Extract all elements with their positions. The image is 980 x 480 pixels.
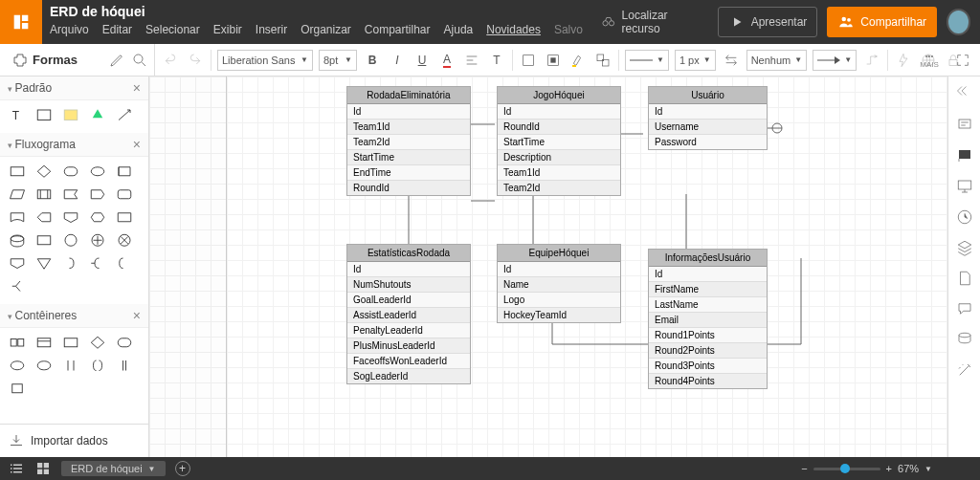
container-shape[interactable] bbox=[6, 357, 29, 376]
textcolor-button[interactable]: A bbox=[437, 51, 457, 70]
textformat-button[interactable]: T bbox=[487, 51, 506, 70]
flowchart-shape[interactable] bbox=[113, 163, 136, 182]
line-end-swap[interactable] bbox=[722, 51, 741, 70]
list-view-icon[interactable] bbox=[8, 460, 25, 477]
entity-field[interactable]: Round2Points bbox=[649, 343, 767, 359]
entity-field[interactable]: Id bbox=[498, 104, 620, 120]
flowchart-shape[interactable] bbox=[6, 231, 29, 251]
entity-field[interactable]: Team2Id bbox=[347, 135, 470, 150]
fill-button[interactable] bbox=[519, 51, 538, 70]
arrow-end-select[interactable]: ▼ bbox=[813, 50, 857, 71]
container-shape[interactable] bbox=[33, 357, 56, 376]
menu-exibir[interactable]: Exibir bbox=[213, 23, 242, 36]
flowchart-shape[interactable] bbox=[6, 277, 29, 296]
data-icon[interactable] bbox=[956, 331, 973, 348]
import-data-button[interactable]: Importar dados bbox=[0, 424, 148, 457]
container-shape[interactable] bbox=[113, 334, 136, 353]
container-shape[interactable] bbox=[59, 334, 82, 353]
flash-button[interactable] bbox=[894, 51, 913, 70]
bold-button[interactable]: B bbox=[363, 51, 382, 70]
italic-button[interactable]: I bbox=[388, 51, 407, 70]
section-cont[interactable]: Contêineres bbox=[15, 309, 78, 322]
entity-field[interactable]: HockeyTeamId bbox=[498, 308, 620, 322]
entity-field[interactable]: RoundId bbox=[498, 120, 620, 135]
shape-note[interactable] bbox=[59, 106, 82, 125]
flowchart-shape[interactable] bbox=[59, 208, 82, 228]
flowchart-shape[interactable] bbox=[86, 208, 109, 228]
container-shape[interactable] bbox=[86, 334, 109, 353]
entity-rodada[interactable]: RodadaEliminatória IdTeam1IdTeam2IdStart… bbox=[346, 86, 471, 196]
chat-icon[interactable] bbox=[956, 300, 973, 317]
find-resource-button[interactable]: Localizar recurso bbox=[590, 2, 708, 42]
menu-ajuda[interactable]: Ajuda bbox=[444, 23, 474, 36]
entity-field[interactable]: Logo bbox=[498, 293, 620, 308]
entity-jogo[interactable]: JogoHóquei IdRoundIdStartTimeDescription… bbox=[497, 86, 621, 196]
shape-hotspot[interactable] bbox=[86, 106, 109, 125]
fontsize-select[interactable]: 8pt▼ bbox=[319, 50, 357, 71]
zoom-out-button[interactable]: − bbox=[801, 463, 807, 474]
entity-usuario[interactable]: Usuário IdUsernamePassword bbox=[648, 86, 768, 150]
entity-field[interactable]: StartTime bbox=[498, 135, 620, 150]
entity-stats[interactable]: EstatísticasRodada IdNumShutoutsGoalLead… bbox=[346, 244, 471, 384]
section-padrao[interactable]: Padrão bbox=[15, 81, 53, 95]
menu-editar[interactable]: Editar bbox=[102, 23, 132, 36]
flowchart-shape[interactable] bbox=[33, 163, 56, 182]
entity-field[interactable]: PenaltyLeaderId bbox=[347, 323, 470, 338]
present-button[interactable]: Apresentar bbox=[718, 7, 818, 37]
flowchart-shape[interactable] bbox=[113, 185, 136, 205]
add-page-button[interactable]: + bbox=[175, 461, 190, 476]
entity-field[interactable]: FirstName bbox=[649, 282, 767, 297]
menu-novidades[interactable]: Novidades bbox=[486, 23, 541, 36]
user-avatar[interactable] bbox=[947, 9, 970, 35]
zoom-slider[interactable] bbox=[813, 468, 880, 470]
menu-arquivo[interactable]: Arquivo bbox=[50, 23, 89, 36]
share-button[interactable]: Compartilhar bbox=[827, 7, 937, 37]
flowchart-shape[interactable] bbox=[86, 185, 109, 205]
flowchart-shape[interactable] bbox=[6, 254, 29, 273]
grid-view-icon[interactable] bbox=[34, 460, 52, 477]
container-shape[interactable] bbox=[6, 334, 29, 353]
undo-button[interactable] bbox=[161, 51, 180, 70]
flowchart-shape[interactable] bbox=[113, 231, 136, 251]
flowchart-shape[interactable] bbox=[86, 231, 109, 251]
entity-field[interactable]: Round4Points bbox=[649, 374, 767, 388]
entity-field[interactable]: Id bbox=[347, 104, 470, 120]
entity-field[interactable]: Username bbox=[649, 120, 767, 135]
shape-style-button[interactable] bbox=[593, 51, 612, 70]
entity-field[interactable]: Id bbox=[649, 104, 767, 120]
flowchart-shape[interactable] bbox=[33, 185, 56, 205]
entity-field[interactable]: StartTime bbox=[347, 150, 470, 165]
flag-icon[interactable] bbox=[956, 147, 973, 164]
border-button[interactable] bbox=[544, 51, 563, 70]
shape-text[interactable]: T bbox=[6, 106, 29, 125]
flowchart-shape[interactable] bbox=[86, 254, 109, 273]
canvas[interactable]: RodadaEliminatória IdTeam1IdTeam2IdStart… bbox=[149, 76, 947, 457]
flowchart-shape[interactable] bbox=[33, 208, 56, 228]
collapse-cont[interactable]: × bbox=[133, 308, 141, 323]
flowchart-shape[interactable] bbox=[59, 163, 82, 182]
entity-field[interactable]: Email bbox=[649, 313, 767, 328]
menu-inserir[interactable]: Inserir bbox=[256, 23, 287, 36]
comments-icon[interactable] bbox=[956, 117, 973, 134]
collapse-padrao[interactable]: × bbox=[133, 80, 141, 96]
history-icon[interactable] bbox=[956, 208, 973, 226]
entity-field[interactable]: Password bbox=[649, 135, 767, 149]
present-icon[interactable] bbox=[956, 178, 973, 195]
layers-icon[interactable] bbox=[956, 239, 973, 256]
flowchart-shape[interactable] bbox=[59, 254, 82, 273]
menu-compartilhar[interactable]: Compartilhar bbox=[365, 23, 431, 36]
magic-icon[interactable] bbox=[956, 361, 973, 379]
underline-button[interactable]: U bbox=[412, 51, 432, 70]
entity-field[interactable]: Team2Id bbox=[498, 181, 620, 195]
flowchart-shape[interactable] bbox=[59, 185, 82, 205]
pencil-icon[interactable] bbox=[108, 52, 125, 69]
line-width-select[interactable]: 1 px▼ bbox=[675, 50, 716, 71]
entity-field[interactable]: Id bbox=[498, 262, 620, 277]
container-shape[interactable] bbox=[113, 357, 136, 376]
flowchart-shape[interactable] bbox=[6, 208, 29, 228]
menu-organizar[interactable]: Organizar bbox=[301, 23, 351, 36]
doc-title[interactable]: ERD de hóquei bbox=[50, 4, 583, 19]
collapse-rail-icon[interactable] bbox=[956, 82, 973, 99]
redo-button[interactable] bbox=[186, 51, 205, 70]
flowchart-shape[interactable] bbox=[113, 208, 136, 228]
